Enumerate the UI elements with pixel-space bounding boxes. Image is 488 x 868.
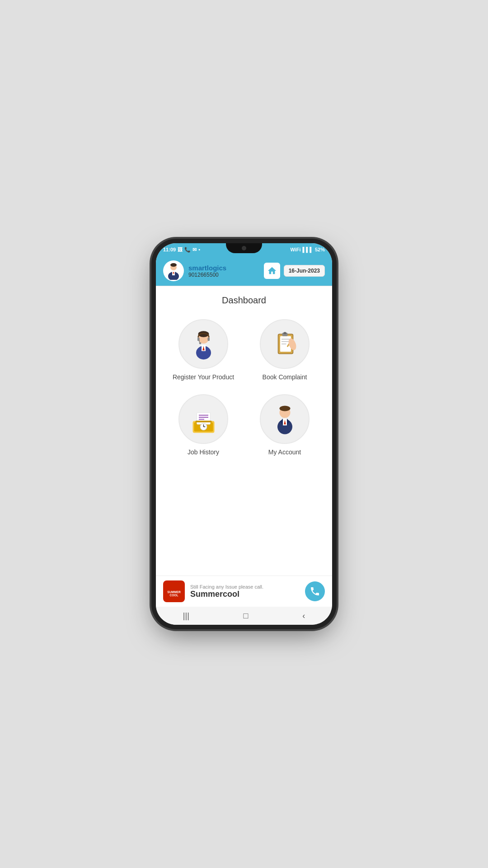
svg-rect-16 [283,332,286,334]
phone-frame: 11:09 🖼 📞 ✉ • WiFi ▌▌▌ 52% [156,243,332,625]
my-account-item[interactable]: My Account [246,390,323,460]
camera-notch [242,246,246,250]
nav-home-icon[interactable]: □ [244,611,249,621]
avatar [163,260,184,281]
job-history-label: Job History [188,448,219,456]
header-actions: 16-Jun-2023 [264,263,325,279]
signal-icon: ▌▌▌ [303,247,313,252]
sms-icon: ✉ [192,247,197,253]
nav-bar: ||| □ ‹ [156,607,332,625]
book-complaint-icon-circle [260,319,310,369]
svg-point-4 [170,263,177,267]
app-header: smartlogics 9012665500 16-Jun-2023 [156,256,332,286]
footer-issue-text: Still Facing any Issue please call. [190,584,300,590]
summercool-logo-svg: SUMMER COOL [165,582,183,600]
status-left: 11:09 🖼 📞 ✉ • [163,247,200,253]
job-history-item[interactable]: Job History [165,390,242,460]
book-complaint-label: Book Complaint [263,373,307,381]
date-badge: 16-Jun-2023 [284,265,325,277]
register-product-label: Register Your Product [173,373,234,381]
register-product-item[interactable]: Register Your Product [165,315,242,385]
book-complaint-item[interactable]: Book Complaint [246,315,323,385]
svg-rect-25 [197,412,210,424]
time: 11:09 [163,247,176,252]
footer-text-block: Still Facing any Issue please call. Summ… [190,584,300,599]
svg-point-12 [199,342,201,344]
my-account-icon-circle [260,394,310,444]
home-icon [267,266,277,276]
notch [226,243,262,253]
footer-bar: SUMMER COOL Still Facing any Issue pleas… [156,576,332,607]
svg-text:SUMMER: SUMMER [167,590,181,594]
clipboard-icon [268,327,302,361]
battery: 52% [315,247,325,252]
job-history-icon-circle [178,394,228,444]
header-user-info: smartlogics 9012665500 [163,260,226,281]
phone-call-icon [310,586,320,597]
svg-rect-11 [207,337,210,341]
userphone-label: 9012665500 [188,272,226,278]
nav-back-icon[interactable]: ‹ [302,611,305,621]
dot-icon: • [198,247,200,252]
svg-text:COOL: COOL [169,594,178,597]
my-account-label: My Account [268,448,301,456]
svg-rect-32 [195,420,211,422]
dashboard-title: Dashboard [156,286,332,310]
headset-agent-icon [187,327,221,361]
svg-point-34 [279,406,290,411]
register-product-icon-circle [178,319,228,369]
dashboard-grid: Register Your Product [156,310,332,465]
footer-brand: Summercool [190,590,300,599]
document-machine-icon [187,402,221,436]
user-details: smartlogics 9012665500 [188,264,226,278]
business-person-icon [268,402,302,436]
summercool-logo: SUMMER COOL [163,580,185,602]
phone-icon: 📞 [184,247,191,253]
home-button[interactable] [264,263,280,279]
call-button[interactable] [305,581,325,601]
nav-menu-icon[interactable]: ||| [183,611,189,621]
wifi-icon: WiFi [290,247,300,252]
username-label: smartlogics [188,264,226,272]
status-right: WiFi ▌▌▌ 52% [290,247,325,252]
gallery-icon: 🖼 [178,247,183,252]
avatar-svg [164,262,183,280]
